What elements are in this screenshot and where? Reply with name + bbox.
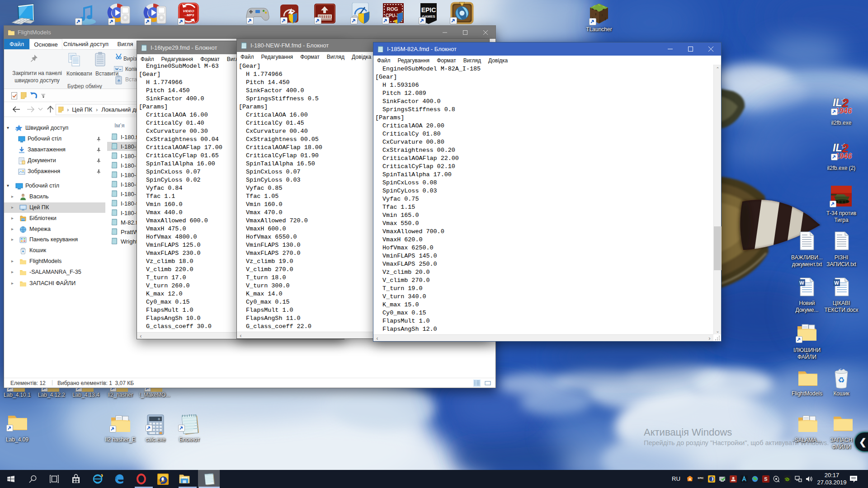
svg-text:EPIC: EPIC: [698, 477, 704, 479]
svg-text:S: S: [764, 476, 767, 482]
